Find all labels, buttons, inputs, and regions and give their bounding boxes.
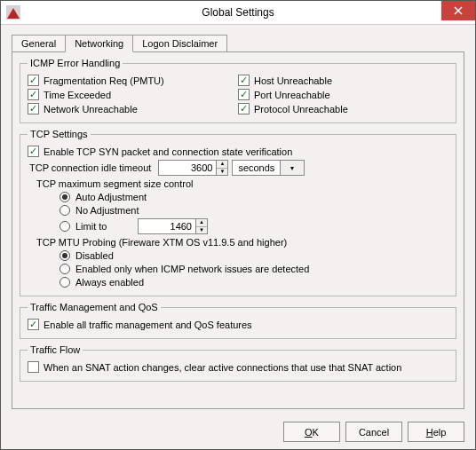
lbl-network-unreachable: Network Unreachable (44, 104, 138, 114)
lbl-auto-adjust: Auto Adjustment (75, 192, 147, 202)
group-qos: Traffic Management and QoS Enable all tr… (20, 302, 456, 339)
group-tcp-legend: TCP Settings (28, 129, 91, 139)
close-button[interactable] (441, 1, 475, 20)
rad-auto-adjust[interactable] (60, 192, 70, 202)
lbl-time-exceeded: Time Exceeded (44, 90, 111, 100)
global-settings-window: Global Settings General Networking Logon… (0, 0, 476, 450)
input-idle-timeout[interactable] (159, 161, 216, 175)
cancel-button[interactable]: Cancel (345, 422, 402, 442)
lbl-host-unreachable: Host Unreachable (254, 75, 332, 86)
spinner-down-icon[interactable]: ▼ (217, 169, 227, 176)
rad-mtu-enabled-icmp[interactable] (60, 264, 70, 274)
rad-mtu-disabled[interactable] (60, 250, 70, 261)
tab-networking[interactable]: Networking (65, 35, 133, 52)
svg-line-3 (455, 7, 462, 14)
spinner-idle-timeout[interactable]: ▲ ▼ (158, 160, 228, 176)
group-qos-legend: Traffic Management and QoS (28, 302, 161, 312)
ok-button[interactable]: OK (283, 422, 340, 442)
lbl-mtu-probing: TCP MTU Probing (Fireware XTM OS v11.9.5… (36, 237, 448, 248)
chk-time-exceeded[interactable] (28, 89, 39, 100)
group-traffic-flow-legend: Traffic Flow (28, 344, 83, 355)
close-icon (454, 6, 463, 15)
tab-general[interactable]: General (12, 35, 66, 51)
rad-no-adjust[interactable] (60, 205, 70, 216)
chk-snat-clear[interactable] (28, 361, 39, 373)
spinner-up-icon[interactable]: ▲ (217, 161, 227, 169)
group-tcp: TCP Settings Enable TCP SYN packet and c… (20, 129, 456, 296)
chk-fragmentation-req[interactable] (28, 75, 39, 86)
spinner-arrows-limit: ▲ ▼ (195, 219, 207, 233)
chk-network-unreachable[interactable] (28, 103, 39, 114)
lbl-idle-timeout: TCP connection idle timeout (29, 162, 151, 173)
help-button[interactable]: Help (408, 422, 464, 442)
chk-enable-qos[interactable] (28, 319, 39, 330)
lbl-enable-syn: Enable TCP SYN packet and connection sta… (44, 146, 292, 157)
ok-rest: K (313, 427, 319, 438)
lbl-fragmentation-req: Fragmentation Req (PMTU) (44, 75, 164, 86)
spinner-arrows: ▲ ▼ (216, 161, 227, 175)
tab-strip: General Networking Logon Disclaimer (12, 34, 464, 51)
svg-line-2 (455, 7, 462, 14)
titlebar: Global Settings (1, 1, 475, 25)
lbl-snat-clear: When an SNAT action changes, clear activ… (44, 362, 401, 373)
app-icon (6, 5, 20, 20)
group-traffic-flow: Traffic Flow When an SNAT action changes… (20, 344, 456, 382)
lbl-protocol-unreachable: Protocol Unreachable (254, 104, 348, 114)
lbl-limit-to: Limit to (75, 221, 138, 232)
lbl-mtu-enabled-icmp: Enabled only when ICMP network issues ar… (75, 264, 309, 274)
button-row: OK Cancel Help (1, 416, 475, 449)
chevron-down-icon[interactable]: ▾ (280, 161, 304, 175)
lbl-enable-qos: Enable all traffic management and QoS fe… (44, 320, 252, 330)
lbl-no-adjust: No Adjustment (75, 205, 139, 216)
combo-idle-unit-value: seconds (233, 162, 280, 173)
combo-idle-unit[interactable]: seconds ▾ (232, 160, 305, 176)
lbl-mtu-always: Always enabled (75, 277, 144, 288)
spinner-up-icon[interactable]: ▲ (196, 219, 207, 227)
spinner-limit[interactable]: ▲ ▼ (138, 218, 208, 234)
window-title: Global Settings (1, 6, 475, 19)
chk-host-unreachable[interactable] (238, 75, 250, 86)
rad-limit-to[interactable] (60, 221, 70, 232)
input-limit[interactable] (139, 219, 195, 233)
tab-panel-networking: ICMP Error Handling Fragmentation Req (P… (12, 51, 464, 409)
group-icmp-legend: ICMP Error Handling (28, 58, 123, 68)
help-rest: elp (433, 427, 447, 438)
lbl-port-unreachable: Port Unreachable (254, 90, 330, 100)
lbl-mss-control: TCP maximum segment size control (36, 178, 448, 189)
lbl-mtu-disabled: Disabled (75, 250, 114, 261)
spinner-down-icon[interactable]: ▼ (196, 227, 207, 234)
chk-port-unreachable[interactable] (238, 89, 250, 100)
tab-logon-disclaimer[interactable]: Logon Disclaimer (132, 35, 227, 51)
group-icmp: ICMP Error Handling Fragmentation Req (P… (20, 58, 456, 123)
chk-protocol-unreachable[interactable] (238, 103, 250, 114)
rad-mtu-always[interactable] (60, 277, 70, 288)
chk-enable-syn[interactable] (28, 146, 39, 157)
content-area: General Networking Logon Disclaimer ICMP… (1, 25, 475, 416)
